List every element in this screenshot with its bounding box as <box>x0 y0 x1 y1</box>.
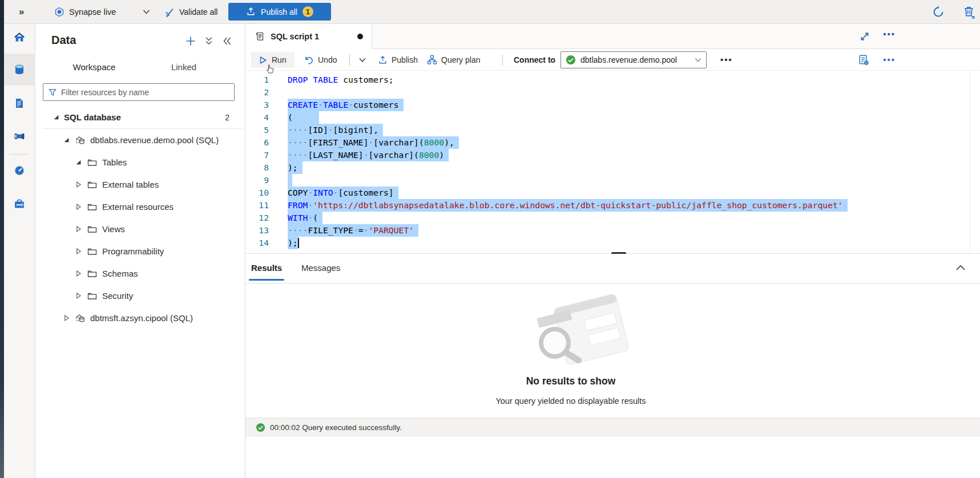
twisty-icon[interactable] <box>75 270 82 277</box>
line-number: 4 <box>245 111 269 124</box>
collapse-all-icon[interactable] <box>203 35 215 47</box>
editor-scrollbar[interactable] <box>970 71 980 253</box>
code-line[interactable]: 1DROP TABLE customers; <box>245 74 970 86</box>
publish-upload-icon <box>378 55 388 65</box>
connected-check-icon <box>566 55 576 65</box>
code-line[interactable]: 13····FILE_TYPE·=·'PARQUET' <box>245 224 970 237</box>
tree-item[interactable]: Schemas <box>35 262 245 285</box>
tree-item[interactable]: Security <box>35 285 245 307</box>
twisty-icon[interactable] <box>63 315 70 322</box>
more-commands-icon[interactable]: ••• <box>720 55 733 64</box>
data-hub-icon[interactable] <box>13 63 26 76</box>
twisty-icon[interactable] <box>63 137 70 144</box>
twisty-icon[interactable] <box>75 159 82 166</box>
code-line[interactable]: 2 <box>245 86 970 99</box>
validate-all-button[interactable]: Validate all <box>164 0 217 24</box>
publish-count-badge: 1 <box>303 6 313 17</box>
code-line[interactable]: 3CREATE·TABLE·customers <box>245 99 970 111</box>
panel-title: Data <box>51 34 76 47</box>
tab-linked[interactable]: Linked <box>160 58 208 75</box>
code-line[interactable]: 9 <box>245 174 970 187</box>
tree-item-label: dbtmsft.azsyn.cipool (SQL) <box>90 313 193 323</box>
tab-results[interactable]: Results <box>251 254 282 281</box>
tab-messages[interactable]: Messages <box>301 254 340 281</box>
tree-item[interactable]: External resources <box>35 196 245 218</box>
add-resource-icon[interactable] <box>185 35 196 47</box>
unsaved-changes-dot <box>357 34 363 39</box>
editor-tab-bar: SQL script 1 ••• <box>245 24 980 49</box>
twisty-icon[interactable] <box>53 114 59 121</box>
code-line[interactable]: 12WITH·( <box>245 212 970 224</box>
code-line[interactable]: 5····[ID]·[bigint], <box>245 124 970 136</box>
twisty-icon[interactable] <box>75 248 82 255</box>
filter-input[interactable] <box>61 88 229 97</box>
code-line[interactable]: 11FROM·'https://dbtlabsynapsedatalake.bl… <box>245 199 970 212</box>
empty-results-subtitle: Your query yielded no displayable result… <box>245 396 896 406</box>
publish-all-button[interactable]: Publish all 1 <box>228 3 331 21</box>
tab-workspace[interactable]: Workspace <box>54 58 135 75</box>
undo-button[interactable]: Undo <box>304 49 337 71</box>
twisty-icon[interactable] <box>75 181 82 188</box>
collapse-panel-icon[interactable] <box>221 35 233 47</box>
code-lines: 1DROP TABLE customers;23CREATE·TABLE·cus… <box>245 71 970 249</box>
chevron-down-icon <box>695 58 701 63</box>
code-line[interactable]: 4( <box>245 111 970 124</box>
code-line[interactable]: 7····[LAST_NAME]·[varchar](8000) <box>245 149 970 161</box>
tree-item[interactable]: Views <box>35 218 245 240</box>
properties-icon[interactable] <box>858 54 869 66</box>
code-line[interactable]: 8); <box>245 161 970 174</box>
tree-item[interactable]: dbtmsft.azsyn.cipool (SQL) <box>35 307 245 329</box>
line-number: 7 <box>245 149 269 161</box>
run-options-chevron-icon[interactable] <box>358 57 366 63</box>
pool-select-dropdown[interactable]: dbtlabs.revenue.demo.pool <box>560 51 707 68</box>
tab-more-actions-icon[interactable]: ••• <box>883 29 896 39</box>
chevron-down-icon[interactable] <box>143 9 150 15</box>
twisty-icon[interactable] <box>75 293 82 299</box>
develop-hub-icon[interactable] <box>13 97 26 110</box>
validate-all-label: Validate all <box>179 7 217 17</box>
manage-hub-icon[interactable] <box>13 197 26 210</box>
code-line[interactable]: 6····[FIRST_NAME]·[varchar](8000), <box>245 136 970 149</box>
home-icon[interactable] <box>13 31 26 43</box>
tab-sql-script[interactable]: SQL script 1 <box>245 24 372 49</box>
tree-item-label: Schemas <box>102 269 138 278</box>
discard-all-trash-icon[interactable] <box>962 5 976 19</box>
results-header: Results Messages <box>245 254 980 283</box>
tree-item-label: Tables <box>102 157 127 167</box>
collapse-results-chevron-icon[interactable] <box>955 262 966 274</box>
folder-icon <box>86 291 98 301</box>
tree-item[interactable]: dbtlabs.revenue.demo.pool (SQL) <box>35 129 245 151</box>
tree-item[interactable]: External tables <box>35 173 245 196</box>
run-button[interactable]: Run <box>258 49 287 71</box>
top-command-bar: » Synapse live Validate all <box>0 0 980 24</box>
item-count: 2 <box>225 113 229 122</box>
expand-editor-icon[interactable] <box>859 31 870 42</box>
folder-icon <box>86 224 98 234</box>
line-number: 11 <box>245 199 269 212</box>
monitor-hub-icon[interactable] <box>13 164 26 177</box>
twisty-icon[interactable] <box>75 204 82 210</box>
sql-code-editor[interactable]: 1DROP TABLE customers;23CREATE·TABLE·cus… <box>245 71 970 253</box>
query-plan-button[interactable]: Query plan <box>427 49 480 71</box>
tree-item[interactable]: SQL database2 <box>35 106 245 128</box>
expand-toolbar-button[interactable]: » <box>19 0 24 24</box>
environment-label: Synapse live <box>69 7 116 17</box>
status-message: 00:00:02 Query executed successfully. <box>270 423 402 432</box>
twisty-icon[interactable] <box>75 226 82 233</box>
tree-item[interactable]: Tables <box>35 151 245 173</box>
undo-label: Undo <box>318 55 337 64</box>
environment-selector[interactable]: Synapse live <box>54 0 116 24</box>
tree-item-label: External tables <box>102 180 159 189</box>
connect-to-label: Connect to <box>514 49 555 71</box>
validate-check-icon <box>164 7 175 17</box>
code-line[interactable]: 10COPY·INTO·[customers] <box>245 187 970 199</box>
integrate-hub-icon[interactable] <box>13 130 26 143</box>
refresh-icon[interactable] <box>931 5 945 19</box>
run-label: Run <box>272 55 287 64</box>
publish-button[interactable]: Publish <box>378 49 418 71</box>
tree-item-label: Views <box>102 224 125 234</box>
code-line[interactable]: 14); <box>245 237 970 249</box>
editor-more-actions-icon[interactable]: ••• <box>883 55 896 64</box>
tree-item[interactable]: Programmability <box>35 240 245 262</box>
folder-icon <box>86 180 98 190</box>
